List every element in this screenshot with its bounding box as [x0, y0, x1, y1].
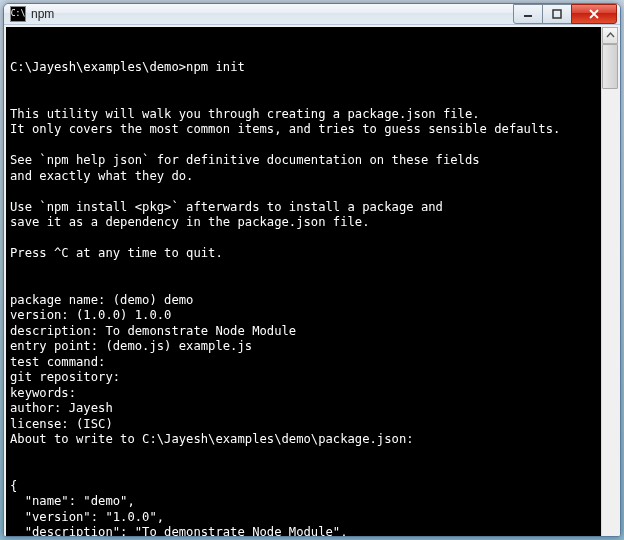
maximize-icon — [552, 9, 562, 19]
maximize-button[interactable] — [542, 4, 572, 24]
console-window: C:\ npm C:\Jayesh\examples\demo>npm init… — [3, 3, 621, 537]
close-icon — [588, 9, 600, 19]
scroll-up-button[interactable] — [602, 27, 618, 44]
scroll-thumb[interactable] — [602, 44, 618, 89]
scroll-track[interactable] — [602, 44, 618, 537]
window-controls — [514, 4, 617, 24]
minimize-icon — [523, 9, 533, 19]
typed-command: npm init — [186, 60, 245, 74]
scrollbar — [601, 27, 618, 537]
close-button[interactable] — [571, 4, 617, 24]
app-icon: C:\ — [10, 6, 26, 22]
chevron-up-icon — [606, 31, 615, 40]
client-area: C:\Jayesh\examples\demo>npm init This ut… — [4, 25, 620, 537]
terminal-output[interactable]: C:\Jayesh\examples\demo>npm init This ut… — [6, 27, 601, 537]
prompt: C:\Jayesh\examples\demo> — [10, 60, 186, 74]
svg-rect-0 — [524, 15, 532, 17]
svg-rect-1 — [553, 10, 561, 18]
intro-text: This utility will walk you through creat… — [10, 107, 597, 262]
window-title: npm — [31, 7, 514, 21]
titlebar[interactable]: C:\ npm — [4, 4, 620, 25]
minimize-button[interactable] — [513, 4, 543, 24]
json-preview: { "name": "demo", "version": "1.0.0", "d… — [10, 479, 597, 538]
prompt-answers: package name: (demo) demo version: (1.0.… — [10, 293, 597, 448]
command-line: C:\Jayesh\examples\demo>npm init — [10, 60, 597, 76]
